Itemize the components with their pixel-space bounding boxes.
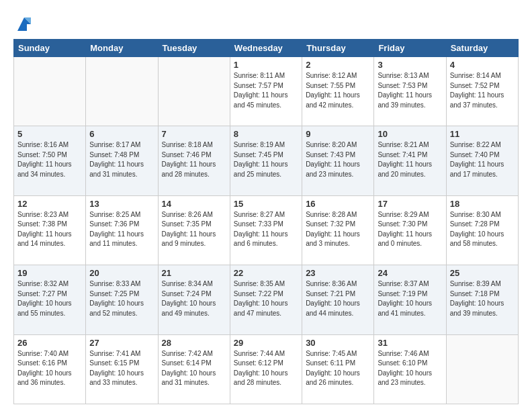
day-info: Sunrise: 8:27 AM Sunset: 7:33 PM Dayligh…: [234, 210, 298, 249]
day-number: 27: [89, 338, 154, 348]
logo-icon: [15, 15, 34, 34]
day-info: Sunrise: 8:22 AM Sunset: 7:40 PM Dayligh…: [450, 140, 515, 179]
day-number: 2: [306, 60, 370, 70]
calendar-cell: 19Sunrise: 8:32 AM Sunset: 7:27 PM Dayli…: [14, 265, 86, 334]
day-info: Sunrise: 8:14 AM Sunset: 7:52 PM Dayligh…: [450, 71, 515, 110]
day-number: 26: [17, 338, 82, 348]
day-number: 25: [450, 268, 515, 278]
weekday-header-thursday: Thursday: [302, 40, 374, 57]
day-info: Sunrise: 7:46 AM Sunset: 6:10 PM Dayligh…: [378, 349, 442, 388]
day-info: Sunrise: 8:30 AM Sunset: 7:28 PM Dayligh…: [450, 210, 515, 249]
day-number: 22: [234, 268, 298, 278]
day-info: Sunrise: 8:20 AM Sunset: 7:43 PM Dayligh…: [306, 140, 370, 179]
calendar-cell: 8Sunrise: 8:19 AM Sunset: 7:45 PM Daylig…: [230, 126, 302, 195]
calendar-cell: 6Sunrise: 8:17 AM Sunset: 7:48 PM Daylig…: [86, 126, 158, 195]
day-info: Sunrise: 8:32 AM Sunset: 7:27 PM Dayligh…: [17, 279, 82, 318]
day-number: 8: [234, 129, 298, 139]
day-number: 13: [89, 199, 154, 209]
weekday-header-wednesday: Wednesday: [230, 40, 302, 57]
logo: [13, 15, 34, 34]
day-info: Sunrise: 8:11 AM Sunset: 7:57 PM Dayligh…: [234, 71, 298, 110]
day-number: 11: [450, 129, 515, 139]
calendar-week-row: 1Sunrise: 8:11 AM Sunset: 7:57 PM Daylig…: [14, 57, 519, 126]
header: [13, 12, 519, 34]
calendar-cell: 18Sunrise: 8:30 AM Sunset: 7:28 PM Dayli…: [446, 195, 518, 265]
calendar-cell: 3Sunrise: 8:13 AM Sunset: 7:53 PM Daylig…: [374, 57, 446, 126]
weekday-header-saturday: Saturday: [446, 40, 518, 57]
day-number: 9: [306, 129, 370, 139]
day-info: Sunrise: 8:26 AM Sunset: 7:35 PM Dayligh…: [162, 210, 226, 249]
day-number: 31: [378, 338, 442, 348]
calendar-cell: 28Sunrise: 7:42 AM Sunset: 6:14 PM Dayli…: [158, 334, 230, 404]
day-number: 30: [306, 338, 370, 348]
calendar-cell: 7Sunrise: 8:18 AM Sunset: 7:46 PM Daylig…: [158, 126, 230, 195]
weekday-header-monday: Monday: [86, 40, 158, 57]
calendar-cell: [446, 334, 518, 404]
day-info: Sunrise: 8:18 AM Sunset: 7:46 PM Dayligh…: [162, 140, 226, 179]
weekday-header-friday: Friday: [374, 40, 446, 57]
day-number: 28: [162, 338, 226, 348]
calendar-cell: 26Sunrise: 7:40 AM Sunset: 6:16 PM Dayli…: [14, 334, 86, 404]
calendar-cell: 31Sunrise: 7:46 AM Sunset: 6:10 PM Dayli…: [374, 334, 446, 404]
calendar-cell: 30Sunrise: 7:45 AM Sunset: 6:11 PM Dayli…: [302, 334, 374, 404]
day-info: Sunrise: 8:13 AM Sunset: 7:53 PM Dayligh…: [378, 71, 442, 110]
calendar-cell: 24Sunrise: 8:37 AM Sunset: 7:19 PM Dayli…: [374, 265, 446, 334]
calendar-week-row: 5Sunrise: 8:16 AM Sunset: 7:50 PM Daylig…: [14, 126, 519, 195]
calendar-cell: [158, 57, 230, 126]
day-number: 1: [234, 60, 298, 70]
calendar-cell: 23Sunrise: 8:36 AM Sunset: 7:21 PM Dayli…: [302, 265, 374, 334]
day-number: 20: [89, 268, 154, 278]
weekday-header-tuesday: Tuesday: [158, 40, 230, 57]
calendar-cell: 1Sunrise: 8:11 AM Sunset: 7:57 PM Daylig…: [230, 57, 302, 126]
page: SundayMondayTuesdayWednesdayThursdayFrid…: [0, 0, 532, 411]
day-number: 10: [378, 129, 442, 139]
calendar-cell: 25Sunrise: 8:39 AM Sunset: 7:18 PM Dayli…: [446, 265, 518, 334]
calendar-cell: 22Sunrise: 8:35 AM Sunset: 7:22 PM Dayli…: [230, 265, 302, 334]
day-number: 7: [162, 129, 226, 139]
calendar-cell: 5Sunrise: 8:16 AM Sunset: 7:50 PM Daylig…: [14, 126, 86, 195]
day-number: 12: [17, 199, 82, 209]
day-number: 29: [234, 338, 298, 348]
calendar-week-row: 26Sunrise: 7:40 AM Sunset: 6:16 PM Dayli…: [14, 334, 519, 404]
calendar-cell: 21Sunrise: 8:34 AM Sunset: 7:24 PM Dayli…: [158, 265, 230, 334]
day-info: Sunrise: 8:12 AM Sunset: 7:55 PM Dayligh…: [306, 71, 370, 110]
day-info: Sunrise: 8:33 AM Sunset: 7:25 PM Dayligh…: [89, 279, 154, 318]
calendar-cell: 17Sunrise: 8:29 AM Sunset: 7:30 PM Dayli…: [374, 195, 446, 265]
day-number: 3: [378, 60, 442, 70]
calendar-cell: 20Sunrise: 8:33 AM Sunset: 7:25 PM Dayli…: [86, 265, 158, 334]
calendar-cell: 11Sunrise: 8:22 AM Sunset: 7:40 PM Dayli…: [446, 126, 518, 195]
calendar-cell: 29Sunrise: 7:44 AM Sunset: 6:12 PM Dayli…: [230, 334, 302, 404]
day-info: Sunrise: 8:16 AM Sunset: 7:50 PM Dayligh…: [17, 140, 82, 179]
day-number: 24: [378, 268, 442, 278]
day-info: Sunrise: 8:39 AM Sunset: 7:18 PM Dayligh…: [450, 279, 515, 318]
calendar-cell: 12Sunrise: 8:23 AM Sunset: 7:38 PM Dayli…: [14, 195, 86, 265]
day-info: Sunrise: 7:41 AM Sunset: 6:15 PM Dayligh…: [89, 349, 154, 388]
day-info: Sunrise: 8:36 AM Sunset: 7:21 PM Dayligh…: [306, 279, 370, 318]
calendar-cell: 14Sunrise: 8:26 AM Sunset: 7:35 PM Dayli…: [158, 195, 230, 265]
calendar-cell: 4Sunrise: 8:14 AM Sunset: 7:52 PM Daylig…: [446, 57, 518, 126]
day-number: 6: [89, 129, 154, 139]
calendar-cell: 15Sunrise: 8:27 AM Sunset: 7:33 PM Dayli…: [230, 195, 302, 265]
day-info: Sunrise: 8:37 AM Sunset: 7:19 PM Dayligh…: [378, 279, 442, 318]
day-info: Sunrise: 8:34 AM Sunset: 7:24 PM Dayligh…: [162, 279, 226, 318]
day-info: Sunrise: 7:44 AM Sunset: 6:12 PM Dayligh…: [234, 349, 298, 388]
day-info: Sunrise: 8:25 AM Sunset: 7:36 PM Dayligh…: [89, 210, 154, 249]
weekday-header-sunday: Sunday: [14, 40, 86, 57]
day-number: 16: [306, 199, 370, 209]
day-info: Sunrise: 7:40 AM Sunset: 6:16 PM Dayligh…: [17, 349, 82, 388]
day-info: Sunrise: 8:28 AM Sunset: 7:32 PM Dayligh…: [306, 210, 370, 249]
day-info: Sunrise: 8:23 AM Sunset: 7:38 PM Dayligh…: [17, 210, 82, 249]
calendar-table: SundayMondayTuesdayWednesdayThursdayFrid…: [13, 39, 519, 404]
day-info: Sunrise: 8:17 AM Sunset: 7:48 PM Dayligh…: [89, 140, 154, 179]
day-number: 23: [306, 268, 370, 278]
day-number: 21: [162, 268, 226, 278]
day-number: 19: [17, 268, 82, 278]
day-info: Sunrise: 8:29 AM Sunset: 7:30 PM Dayligh…: [378, 210, 442, 249]
day-number: 14: [162, 199, 226, 209]
day-number: 18: [450, 199, 515, 209]
calendar-cell: 2Sunrise: 8:12 AM Sunset: 7:55 PM Daylig…: [302, 57, 374, 126]
day-info: Sunrise: 8:35 AM Sunset: 7:22 PM Dayligh…: [234, 279, 298, 318]
day-info: Sunrise: 8:19 AM Sunset: 7:45 PM Dayligh…: [234, 140, 298, 179]
day-number: 17: [378, 199, 442, 209]
calendar-cell: 16Sunrise: 8:28 AM Sunset: 7:32 PM Dayli…: [302, 195, 374, 265]
